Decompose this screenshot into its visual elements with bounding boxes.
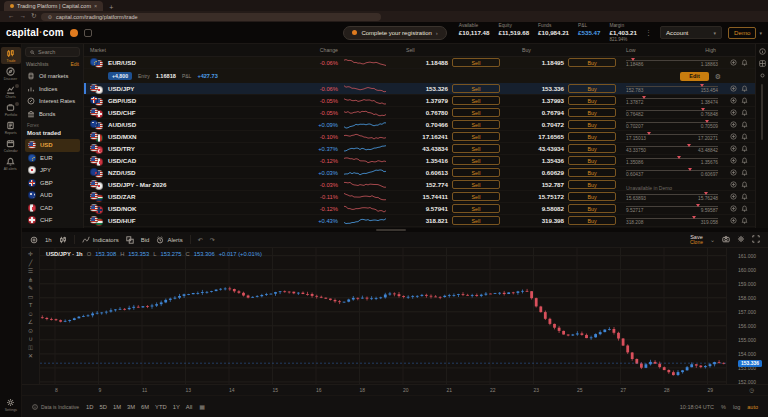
market-row-usd-jpy[interactable]: USD/JPY-0.06%153.326Sell153.336Buy152.78… (84, 83, 755, 95)
buy-button[interactable]: Buy (568, 144, 616, 153)
layout-panel-icon[interactable] (84, 29, 92, 37)
horizontal-scrollbar[interactable] (22, 228, 768, 232)
market-row-eur-usd[interactable]: EUR/USD-0.06%1.18488Sell1.18495Buy1.1848… (84, 57, 755, 69)
buy-button[interactable]: Buy (568, 192, 616, 201)
sell-button[interactable]: Sell (452, 168, 500, 177)
add-to-watchlist-icon[interactable] (730, 59, 737, 66)
notification-badge-icon[interactable] (70, 29, 78, 37)
url-input[interactable]: ⚙ capital.com/trading/platform/trade (41, 13, 381, 21)
sell-button[interactable]: Sell (452, 58, 500, 67)
price-alert-bell-icon[interactable] (741, 59, 748, 66)
watchlist-group-oil-markets[interactable]: Oil markets (25, 70, 80, 83)
add-to-watchlist-icon[interactable] (730, 133, 737, 140)
trendline-tool-icon[interactable]: ╱ (29, 260, 33, 266)
sell-button[interactable]: Sell (452, 156, 500, 165)
clock-icon[interactable]: ◷ (749, 387, 754, 393)
market-row-aud-usd[interactable]: AUD/USD+0.09%0.70466Sell0.70472Buy0.7020… (84, 119, 755, 131)
redo-icon[interactable]: ↷ (210, 236, 215, 243)
market-row-usd-huf[interactable]: USD/HUF+0.43%318.821Sell319.398Buy318.20… (84, 215, 755, 227)
chart-type-icon[interactable] (59, 236, 67, 244)
range-1m[interactable]: 1M (113, 404, 121, 410)
layout-grid-icon[interactable] (759, 60, 766, 67)
chart-settings-gear-icon[interactable] (737, 235, 745, 243)
emoji-tool-icon[interactable]: ☺ (27, 311, 33, 317)
price-alert-bell-icon[interactable] (741, 217, 748, 224)
market-row-usd-nok[interactable]: USD/NOK-0.12%9.57941Sell9.58082Buy9.5271… (84, 203, 755, 215)
crosshair-tool-icon[interactable]: ✛ (28, 251, 33, 257)
buy-button[interactable]: Buy (568, 180, 616, 189)
price-alert-bell-icon[interactable] (741, 85, 748, 92)
price-alert-bell-icon[interactable] (741, 133, 748, 140)
lock-tool-icon[interactable]: ⚿ (28, 345, 33, 351)
log-scale-toggle[interactable]: log (733, 404, 740, 410)
add-to-watchlist-icon[interactable] (730, 109, 737, 116)
clone-button[interactable]: Clone (690, 240, 703, 246)
chevron-down-icon[interactable]: ▾ (759, 30, 762, 36)
pitchfork-tool-icon[interactable]: ⋔ (28, 277, 33, 283)
watchlist-group-bonds[interactable]: Bonds (25, 108, 80, 121)
sell-button[interactable]: Sell (452, 216, 500, 225)
edit-watchlists-button[interactable]: Edit (70, 61, 79, 67)
buy-button[interactable]: Buy (568, 84, 616, 93)
sidebar-item-trade[interactable]: Trade (1, 47, 21, 64)
complete-registration-button[interactable]: Complete your registration › (343, 26, 446, 40)
reload-icon[interactable]: ↻ (31, 13, 36, 20)
sell-button[interactable]: Sell (452, 132, 500, 141)
market-row-usd-chf[interactable]: USD/CHF-0.05%0.76780Sell0.76794Buy0.7648… (84, 107, 755, 119)
kebab-menu-icon[interactable]: ⋮ (643, 29, 654, 37)
range-1d[interactable]: 1D (86, 404, 93, 410)
range-1y[interactable]: 1Y (173, 404, 180, 410)
text-tool-icon[interactable]: T (29, 302, 33, 308)
market-row-usd-zar[interactable]: USD/ZAR-0.11%15.74411Sell15.75172Buy15.6… (84, 191, 755, 203)
add-to-watchlist-icon[interactable] (730, 121, 737, 128)
shapes-tool-icon[interactable]: ▭ (28, 294, 34, 300)
delete-tool-icon[interactable]: ✕ (28, 353, 33, 359)
capital-com-logo[interactable]: capital·com (6, 27, 64, 38)
buy-button[interactable]: Buy (568, 168, 616, 177)
site-settings-icon[interactable]: ⚙ (47, 14, 51, 20)
settings-button[interactable]: Settings (1, 396, 21, 413)
price-alert-bell-icon[interactable] (741, 145, 748, 152)
timeframe-button[interactable]: 1h (45, 237, 52, 243)
buy-button[interactable]: Buy (568, 120, 616, 129)
back-icon[interactable]: ← (8, 13, 15, 20)
currency-filter-jpy[interactable]: JPY (25, 164, 80, 177)
buy-button[interactable]: Buy (568, 132, 616, 141)
currency-filter-gbp[interactable]: GBP (25, 177, 80, 190)
sell-button[interactable]: Sell (452, 120, 500, 129)
buy-button[interactable]: Buy (568, 108, 616, 117)
currency-filter-chf[interactable]: CHF (25, 214, 80, 227)
range-3m[interactable]: 3M (127, 404, 135, 410)
browser-tab[interactable]: Trading Platform | Capital.com × (4, 1, 103, 11)
sell-button[interactable]: Sell (452, 96, 500, 105)
sidebar-item-reports[interactable]: Reports (1, 119, 21, 136)
save-chevron-icon[interactable]: ⌄ (710, 236, 715, 243)
vertical-scrollbar[interactable] (761, 84, 763, 140)
channels-tool-icon[interactable]: ☰ (28, 268, 33, 274)
new-tab-button[interactable]: + (109, 4, 113, 11)
add-to-watchlist-icon[interactable] (730, 97, 737, 104)
screenshot-camera-icon[interactable] (722, 235, 730, 243)
dot-icon[interactable] (759, 72, 766, 79)
sidebar-item-all-alerts[interactable]: All alerts (1, 155, 21, 172)
market-row-usd-jpy-mar-2026[interactable]: USD/JPY - Mar 2026-0.03%152.774Sell152.7… (84, 179, 755, 191)
sell-button[interactable]: Sell (452, 108, 500, 117)
currency-filter-cad[interactable]: CAD (25, 202, 80, 215)
measure-tool-icon[interactable]: ∠ (28, 319, 33, 325)
price-alert-bell-icon[interactable] (741, 193, 748, 200)
info-icon[interactable] (759, 48, 766, 55)
auto-scale-toggle[interactable]: auto (747, 404, 758, 410)
magnet-tool-icon[interactable]: ∪ (28, 336, 32, 342)
add-to-watchlist-icon[interactable] (730, 145, 737, 152)
zoom-tool-icon[interactable]: ⊙ (28, 328, 33, 334)
price-alert-bell-icon[interactable] (741, 121, 748, 128)
tab-close-icon[interactable]: × (94, 3, 97, 9)
buy-button[interactable]: Buy (568, 204, 616, 213)
market-row-usd-mxn[interactable]: USD/MXN-0.10%17.16241Sell17.16565Buy17.1… (84, 131, 755, 143)
alerts-button[interactable]: Alerts (156, 236, 182, 244)
market-row-usd-try[interactable]: USD/TRY+0.37%43.43834Sell43.43934Buy43.3… (84, 143, 755, 155)
bid-toggle[interactable]: Bid (141, 237, 150, 243)
sell-button[interactable]: Sell (452, 144, 500, 153)
edit-position-button[interactable]: Edit (680, 72, 708, 81)
percent-scale-toggle[interactable]: % (721, 404, 726, 410)
